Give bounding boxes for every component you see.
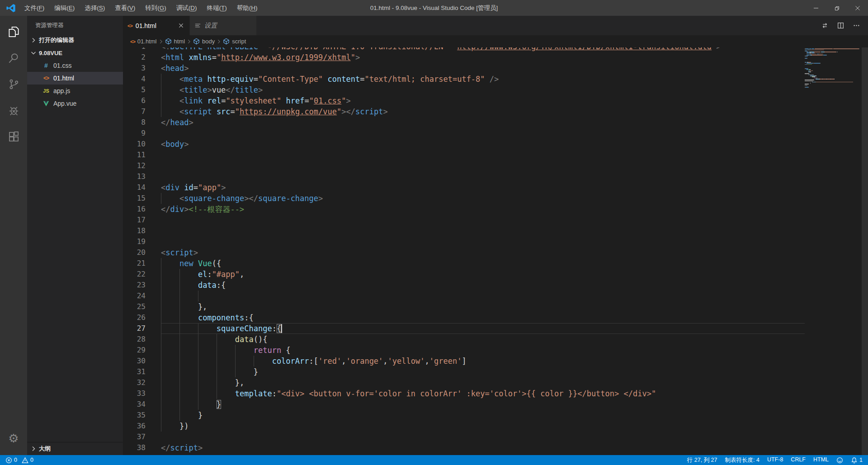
code-line-6[interactable]: 6 <link rel="stylesheet" href="01.css"> (123, 95, 805, 106)
code-editor[interactable]: 1<!DOCTYPE html PUBLIC "-//W3C//DTD XHTM… (123, 47, 868, 455)
menu-帮助H[interactable]: 帮助(H) (232, 0, 263, 16)
activity-explorer-icon[interactable] (0, 19, 27, 45)
code-line-17[interactable]: 17 (123, 215, 805, 225)
feedback-smiley-icon[interactable] (836, 457, 843, 464)
problems-status[interactable]: 0 0 (5, 457, 38, 464)
code-line-36[interactable]: 36 }) (123, 421, 805, 432)
line-number: 9 (123, 128, 161, 139)
code-line-7[interactable]: 7 <script src="https://unpkg.com/vue"></… (123, 106, 805, 117)
indent-guide (161, 85, 161, 95)
line-number: 15 (123, 193, 161, 204)
menu-查看V[interactable]: 查看(V) (110, 0, 140, 16)
code-line-4[interactable]: 4 <meta http-equiv="Content-Type" conten… (123, 74, 805, 85)
code-line-8[interactable]: 8</head> (123, 117, 805, 128)
indent-guide (198, 399, 198, 410)
file-01.css[interactable]: #01.css (27, 59, 123, 72)
menu-文件F[interactable]: 文件(F) (19, 0, 49, 16)
open-editors-section[interactable]: 打开的编辑器 (27, 34, 123, 47)
code-line-23[interactable]: 23 data:{ (123, 280, 805, 291)
status-item[interactable]: UTF-8 (767, 456, 783, 464)
code-line-11[interactable]: 11 (123, 150, 805, 160)
status-item[interactable]: HTML (813, 456, 829, 464)
indent-guide (161, 399, 161, 410)
menu-选择S[interactable]: 选择(S) (80, 0, 110, 16)
code-line-19[interactable]: 19 (123, 236, 805, 247)
code-line-5[interactable]: 5 <title>vue</title> (123, 85, 805, 95)
more-actions-icon[interactable] (850, 20, 862, 32)
tab-label: 01.html (136, 22, 156, 29)
status-item[interactable]: 制表符长度: 4 (725, 456, 760, 464)
code-line-30[interactable]: 30 colorArr:['red','orange','yellow','gr… (123, 356, 805, 366)
line-number: 2 (123, 52, 161, 63)
indent-guide (198, 334, 198, 345)
tab-01.html[interactable]: <>01.html (123, 16, 190, 35)
code-line-33[interactable]: 33 template:"<div> <button v-for='color … (123, 388, 805, 399)
code-line-26[interactable]: 26 components:{ (123, 312, 805, 323)
code-line-35[interactable]: 35 } (123, 410, 805, 421)
code-line-13[interactable]: 13 (123, 171, 805, 182)
code-line-31[interactable]: 31 } (123, 366, 805, 377)
code-line-18[interactable]: 18 (123, 225, 805, 236)
line-number: 27 (123, 323, 161, 334)
breadcrumb-body[interactable]: body (193, 38, 215, 45)
menu-调试D[interactable]: 调试(D) (171, 0, 202, 16)
indent-guide (161, 345, 161, 356)
code-line-12[interactable]: 12 (123, 160, 805, 171)
activity-extensions-icon[interactable] (0, 123, 27, 150)
file-01.html[interactable]: <>01.html (27, 72, 123, 85)
line-number: 12 (123, 160, 161, 171)
code-line-15[interactable]: 15 <square-change></square-change> (123, 193, 805, 204)
code-line-25[interactable]: 25 }, (123, 301, 805, 312)
code-line-34[interactable]: 34 } (123, 399, 805, 410)
code-line-32[interactable]: 32 }, (123, 377, 805, 388)
breadcrumb-html[interactable]: html (165, 38, 185, 45)
notifications-bell[interactable]: 1 (851, 457, 863, 464)
code-line-3[interactable]: 3<head> (123, 63, 805, 74)
breadcrumb-script[interactable]: script (223, 38, 246, 45)
menu-终端T[interactable]: 终端(T) (202, 0, 232, 16)
code-line-10[interactable]: 10<body> (123, 139, 805, 150)
vertical-scrollbar[interactable] (862, 47, 868, 455)
close-tab-icon[interactable] (177, 22, 185, 30)
folder-section[interactable]: 9.08VUE (27, 47, 123, 59)
activity-debug-icon[interactable] (0, 97, 27, 123)
code-line-21[interactable]: 21 new Vue({ (123, 258, 805, 269)
status-items: 行 27, 列 27制表符长度: 4UTF-8CRLFHTML (679, 456, 829, 464)
split-editor-icon[interactable] (835, 20, 846, 32)
code-line-37[interactable]: 37 (123, 432, 805, 442)
minimap[interactable] (805, 48, 862, 88)
code-line-20[interactable]: 20<script> (123, 247, 805, 258)
file-App.vue[interactable]: App.vue (27, 97, 123, 110)
tab-设置[interactable]: 设置 (190, 16, 257, 35)
sync-icon[interactable] (819, 20, 830, 32)
folder-label: 9.08VUE (39, 50, 62, 56)
code-line-24[interactable]: 24 (123, 291, 805, 301)
activity-source-control-icon[interactable] (0, 71, 27, 97)
menu-转到G[interactable]: 转到(G) (140, 0, 171, 16)
code-line-9[interactable]: 9 (123, 128, 805, 139)
restore-button[interactable] (826, 0, 847, 16)
indent-guide (179, 312, 180, 323)
outline-section[interactable]: 大纲 (27, 442, 123, 455)
code-line-1[interactable]: 1<!DOCTYPE html PUBLIC "-//W3C//DTD XHTM… (123, 47, 805, 52)
code-line-29[interactable]: 29 return { (123, 345, 805, 356)
file-app.js[interactable]: JSapp.js (27, 85, 123, 97)
error-icon (5, 457, 12, 464)
breadcrumb-01.html[interactable]: <>01.html (130, 38, 157, 45)
status-item[interactable]: CRLF (791, 456, 806, 464)
activity-search-icon[interactable] (0, 45, 27, 71)
activity-manage-icon[interactable]: ⚙ (0, 425, 27, 451)
close-button[interactable] (847, 0, 868, 16)
menu-编辑E[interactable]: 编辑(E) (49, 0, 80, 16)
code-line-28[interactable]: 28 data(){ (123, 334, 805, 345)
code-line-22[interactable]: 22 el:"#app", (123, 269, 805, 280)
code-line-14[interactable]: 14<div id="app"> (123, 182, 805, 193)
code-line-16[interactable]: 16</div><!--根容器--> (123, 204, 805, 215)
code-line-2[interactable]: 2<html xmlns="http://www.w3.org/1999/xht… (123, 52, 805, 63)
status-item[interactable]: 行 27, 列 27 (687, 456, 717, 464)
minimize-button[interactable] (806, 0, 826, 16)
code-line-27[interactable]: 27 squareChange:{ (123, 323, 805, 334)
indent-guide (161, 301, 161, 312)
file-list: #01.css<>01.htmlJSapp.jsApp.vue (27, 59, 123, 110)
code-line-38[interactable]: 38</script> (123, 442, 805, 453)
